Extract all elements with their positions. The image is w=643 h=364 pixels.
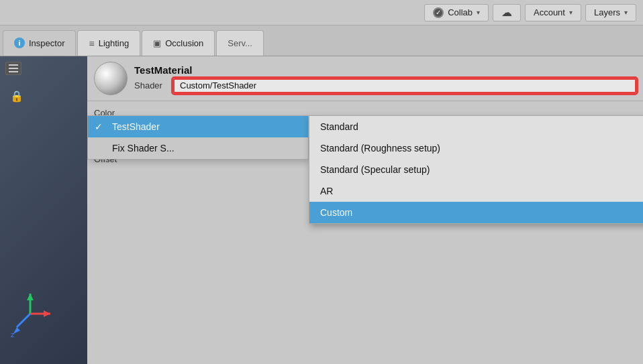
- account-label: Account: [534, 7, 565, 17]
- shader-value: Custom/TestShader: [180, 80, 256, 90]
- dropdown-item-ar[interactable]: AR >: [309, 180, 643, 202]
- axis-gizmo: z: [7, 290, 54, 337]
- shader-row: Shader Custom/TestShader: [134, 78, 636, 93]
- material-header: TestMaterial Shader Custom/TestShader: [87, 56, 643, 101]
- top-toolbar: ✓ Collab ▾ ☁ Account ▾ Layers ▾: [0, 0, 643, 25]
- menu-item-fix-shader-label: Fix Shader S...: [112, 143, 175, 154]
- layers-button[interactable]: Layers ▾: [585, 4, 636, 21]
- dropdown-item-standard[interactable]: Standard: [309, 116, 643, 137]
- svg-marker-1: [13, 327, 20, 334]
- lighting-icon: ≡: [89, 38, 94, 49]
- dropdown-item-custom[interactable]: Custom >: [309, 202, 643, 223]
- svg-text:z: z: [11, 330, 15, 337]
- scene-viewport: 🔒 z: [0, 56, 87, 364]
- dropdown-item-custom-label: Custom: [320, 207, 352, 218]
- account-button[interactable]: Account ▾: [525, 4, 581, 21]
- layers-label: Layers: [594, 7, 620, 17]
- services-tab-label: Serv...: [228, 38, 252, 48]
- menu-item-fix-shader[interactable]: Fix Shader S...: [88, 137, 308, 159]
- tab-inspector[interactable]: i Inspector: [3, 30, 76, 56]
- dropdown-item-ar-label: AR: [320, 186, 333, 196]
- menu-item-testshader[interactable]: ✓ TestShader: [88, 116, 308, 137]
- hamburger-line-3: [9, 71, 18, 72]
- layers-arrow-icon: ▾: [624, 9, 628, 16]
- dropdown-item-standard-specular[interactable]: Standard (Specular setup): [309, 159, 643, 180]
- checkmark-icon: ✓: [95, 121, 103, 132]
- hamburger-line-2: [9, 68, 18, 69]
- svg-line-0: [17, 314, 30, 327]
- left-sidebar: 🔒 z: [0, 56, 87, 364]
- dropdown-item-standard-roughness-label: Standard (Roughness setup): [320, 143, 440, 154]
- hamburger-line-1: [9, 64, 18, 66]
- collab-arrow-icon: ▾: [477, 9, 480, 16]
- account-arrow-icon: ▾: [569, 9, 573, 16]
- lock-icon: 🔒: [10, 90, 23, 103]
- sidebar-toggle-button[interactable]: [5, 62, 21, 75]
- tab-bar: i Inspector ≡ Lighting ▣ Occlusion Serv.…: [0, 25, 643, 56]
- main-content: 🔒 z: [0, 56, 643, 364]
- lighting-tab-label: Lighting: [99, 38, 130, 48]
- collab-button[interactable]: ✓ Collab ▾: [424, 4, 489, 21]
- svg-marker-4: [27, 294, 34, 300]
- tab-lighting[interactable]: ≡ Lighting: [77, 30, 140, 56]
- svg-marker-6: [44, 310, 50, 317]
- material-sphere-preview: [94, 62, 128, 95]
- tab-services[interactable]: Serv...: [216, 30, 264, 56]
- menu-item-testshader-label: TestShader: [112, 121, 160, 132]
- cloud-button[interactable]: ☁: [493, 4, 521, 21]
- occlusion-tab-label: Occlusion: [165, 38, 203, 48]
- shader-dropdown[interactable]: Custom/TestShader: [173, 78, 636, 93]
- shader-dropdown-menu: Standard Standard (Roughness setup) Stan…: [309, 115, 643, 224]
- dropdown-item-standard-roughness[interactable]: Standard (Roughness setup): [309, 137, 643, 159]
- dropdown-item-standard-label: Standard: [320, 121, 358, 132]
- dropdown-item-standard-specular-label: Standard (Specular setup): [320, 164, 430, 175]
- shader-label: Shader: [134, 80, 168, 90]
- tab-occlusion[interactable]: ▣ Occlusion: [142, 30, 215, 56]
- inspector-panel: TestMaterial Shader Custom/TestShader Co…: [87, 56, 643, 364]
- left-context-menu: ✓ TestShader Fix Shader S...: [87, 115, 309, 160]
- inspector-info-icon: i: [14, 38, 25, 48]
- inspector-tab-label: Inspector: [29, 38, 64, 48]
- occlusion-icon: ▣: [153, 38, 161, 48]
- collab-check-icon: ✓: [433, 7, 444, 18]
- material-info: TestMaterial Shader Custom/TestShader: [134, 64, 636, 93]
- cloud-icon: ☁: [501, 6, 512, 19]
- collab-label: Collab: [448, 7, 473, 17]
- material-name: TestMaterial: [134, 64, 636, 76]
